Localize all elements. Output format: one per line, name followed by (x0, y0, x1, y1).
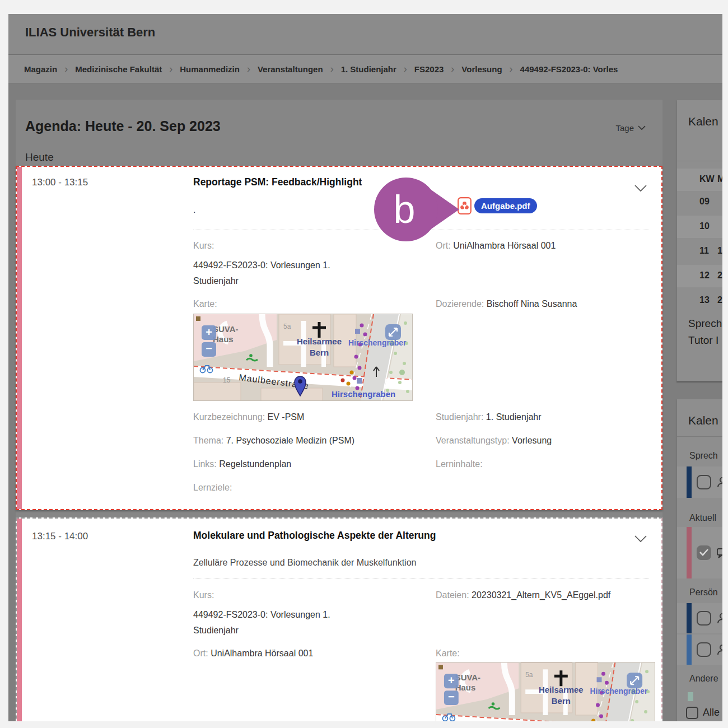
event-title[interactable]: Reportage PSM: Feedback/Highlight (193, 176, 362, 188)
calendar-checkbox-checked[interactable] (697, 545, 711, 560)
calendar-checkbox[interactable] (697, 642, 711, 657)
svg-text:+: + (448, 674, 455, 687)
field-dozierende: Dozierende: Bischoff Nina Susanna (436, 299, 577, 309)
calendar-week-row[interactable]: 122 (677, 265, 722, 287)
breadcrumb-item-veranstaltungen[interactable]: Veranstaltungen (258, 64, 323, 74)
week-column-header: KW (699, 174, 715, 184)
svg-text:SUVA-: SUVA- (455, 673, 480, 682)
calendar-header-row: KW M (677, 169, 722, 191)
divider (677, 161, 722, 161)
breadcrumb-separator: › (330, 63, 334, 75)
agenda-title: Agenda: Heute - 20. Sep 2023 (25, 118, 221, 134)
breadcrumb-separator: › (404, 63, 407, 75)
field-karte-label: Karte: (193, 299, 217, 309)
select-all-checkbox[interactable] (686, 707, 698, 719)
breadcrumb-separator: › (169, 63, 172, 75)
event-card-2: 13:15 - 14:00 Molekulare und Pathologisc… (16, 517, 662, 721)
event-time: 13:15 - 14:00 (32, 531, 88, 542)
svg-text:Hirschengraben: Hirschengraben (332, 389, 395, 399)
divider (193, 230, 649, 230)
svg-text:Heilsarmee: Heilsarmee (297, 337, 342, 346)
breadcrumb-item-magazin[interactable]: Magazin (24, 64, 57, 74)
event-time: 13:00 - 13:15 (32, 177, 88, 188)
breadcrumb-separator: › (247, 63, 250, 75)
calendar-color-bar (687, 634, 692, 665)
breadcrumb-item-vorlesung[interactable]: Vorlesung (461, 64, 502, 74)
app-title: ILIAS Universität Bern (25, 25, 155, 40)
breadcrumb-item-humanmedizin[interactable]: Humanmedizin (180, 64, 240, 74)
field-kurs-value: 449492-FS2023-0: Vorlesungen 1. Studienj… (193, 607, 386, 638)
group-heading-sprechstunden: Sprech (689, 451, 718, 461)
attachment-row: Aufgabe.pdf (458, 197, 537, 214)
calendar-color-bar (687, 466, 692, 498)
pdf-file-icon[interactable] (458, 197, 472, 214)
collapse-chevron-icon[interactable] (634, 535, 647, 543)
calendar-week-row[interactable]: 09 (677, 191, 722, 213)
view-range-dropdown[interactable]: Tage (615, 123, 646, 133)
event-color-stripe (17, 519, 22, 721)
field-dateien: Dateien: 20230321_Altern_KV5_AEggel.pdf (436, 590, 610, 600)
field-kurzbezeichnung: Kurzbezeichnung: EV -PSM (193, 412, 304, 422)
calendar-item (677, 634, 722, 665)
breadcrumb-item-studienjahr[interactable]: 1. Studienjahr (341, 64, 396, 74)
field-thema: Thema: 7. Psychosoziale Medizin (PSM) (193, 436, 354, 446)
calendar-color-bar (687, 527, 692, 578)
calendar-item (677, 603, 722, 633)
field-veranstaltungstyp: Veranstaltungstyp: Vorlesung (436, 436, 552, 446)
event-title[interactable]: Molekulare und Pathologische Aspekte der… (193, 530, 436, 542)
calendar-week-row[interactable]: 10 (677, 216, 722, 238)
calendar-selection-heading: Kalen (688, 414, 718, 427)
calendar-checkbox[interactable] (697, 611, 711, 626)
event-description: . (193, 205, 195, 215)
group-heading-aktuell: Aktuell (689, 513, 716, 523)
breadcrumb-separator: › (451, 63, 454, 75)
field-kurs-value: 449492-FS2023-0: Vorlesungen 1. Studienj… (193, 258, 386, 289)
breadcrumb-separator: › (510, 63, 513, 75)
app-header: ILIAS Universität Bern (8, 14, 722, 54)
event-subtitle: Zelluläre Prozesse und Biomechanik der M… (193, 558, 416, 568)
breadcrumb-separator: › (64, 63, 68, 75)
breadcrumb: Magazin › Medizinische Fakultät › Humanm… (8, 54, 722, 83)
calendar-legend-line: Sprech (688, 318, 722, 330)
calendar-checkbox[interactable] (697, 475, 711, 489)
field-ort: Ort: UniAlhambra Hörsaal 001 (436, 241, 556, 251)
field-ort: Ort: UniAlhambra Hörsaal 001 (193, 648, 313, 659)
page-dim-overlay: ILIAS Universität Bern Magazin › Medizin… (8, 14, 722, 721)
calendar-color-bar (687, 603, 692, 633)
select-all-label: Alle a (703, 707, 722, 718)
calendar-week-row[interactable]: 132 (677, 290, 722, 312)
field-links: Links: Regelstundenplan (193, 459, 291, 469)
svg-text:−: − (448, 690, 455, 703)
calendar-color-swatch (688, 692, 693, 701)
svg-text:−: − (206, 342, 212, 354)
field-lerninhalte: Lerninhalte: (436, 459, 483, 469)
group-heading-andere: Andere (689, 674, 718, 684)
dateien-value[interactable]: 20230321_Altern_KV5_AEggel.pdf (472, 590, 610, 600)
calendar-item (677, 527, 722, 578)
divider (193, 578, 649, 578)
field-karte-label: Karte: (436, 648, 460, 659)
event-card-1: 13:00 - 13:15 Reportage PSM: Feedback/Hi… (16, 166, 662, 510)
view-range-label: Tage (615, 123, 634, 133)
calendar-selection-panel: Kalen Sprech Aktuell Persön (676, 399, 722, 721)
location-map[interactable]: SUVA- Haus 5a Heilsarmee Bern Hirschengr… (436, 662, 655, 721)
field-kurs-label: Kurs: (193, 590, 214, 600)
svg-text:5a: 5a (525, 671, 533, 679)
chat-icon (716, 546, 722, 559)
group-heading-persoenlich: Persön (689, 587, 718, 598)
breadcrumb-item-fs2023[interactable]: FS2023 (414, 64, 444, 74)
location-map[interactable]: SUVA- Haus 5a Heilsarmee Bern Hirschengr… (193, 314, 413, 401)
calendar-week-row[interactable]: 111 (677, 240, 722, 263)
chevron-down-icon (638, 125, 646, 130)
breadcrumb-item-fakultaet[interactable]: Medizinische Fakultät (75, 64, 162, 74)
links-value[interactable]: Regelstundenplan (219, 459, 291, 469)
breadcrumb-item-current[interactable]: 449492-FS2023-0: Vorles (520, 64, 618, 74)
svg-text:Bern: Bern (552, 696, 571, 706)
calendar-panel-heading: Kalen (688, 115, 718, 128)
agenda-day-label: Heute (25, 151, 54, 164)
collapse-chevron-icon[interactable] (634, 185, 647, 192)
person-icon (716, 643, 722, 656)
select-all-row: Alle a (686, 707, 722, 721)
field-kurs-label: Kurs: (193, 241, 214, 251)
attachment-link[interactable]: Aufgabe.pdf (474, 198, 537, 213)
